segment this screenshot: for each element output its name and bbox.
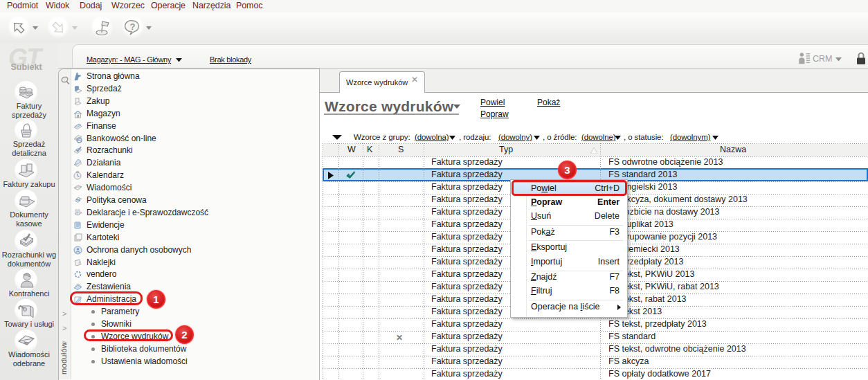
svg-text:?: ? [130,21,136,32]
